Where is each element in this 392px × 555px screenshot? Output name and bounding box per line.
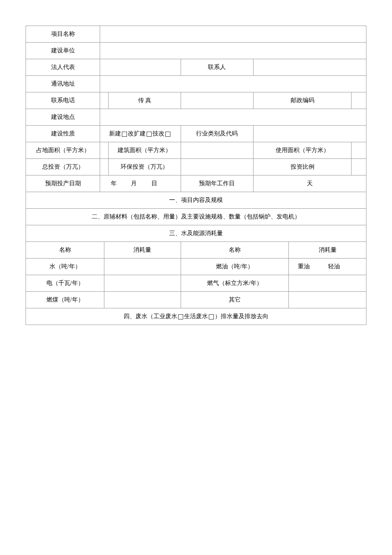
- row-coal-value: [104, 292, 181, 308]
- days-unit-text: 天: [307, 180, 313, 187]
- label-construction-nature: 建设性质: [26, 126, 100, 142]
- value-project-name: [100, 26, 366, 43]
- col-header-consumption-2: 消耗量: [289, 242, 366, 259]
- section-2: 二、原辅材料（包括名称、用量）及主要设施规格、数量（包括锅炉、发电机）: [26, 209, 366, 225]
- section-1: 一、项目内容及规模: [26, 192, 366, 209]
- col-header-name-2: 名称: [181, 242, 289, 259]
- row-fuel-oil-label: 燃油（吨/年）: [181, 259, 289, 275]
- nature-tech-text: 技改: [153, 130, 164, 137]
- label-building-area: 建筑面积（平方米）: [109, 142, 181, 159]
- heavy-oil-text: 重油: [298, 263, 310, 270]
- section-4: 四、废水（工业废水生活废水）排水量及排放去向: [26, 308, 366, 325]
- label-industry-category: 行业类别及代码: [181, 126, 254, 142]
- value-legal-rep: [100, 59, 181, 76]
- row-gas-value: [289, 275, 366, 292]
- row-gas-label: 燃气（标立方米/年）: [181, 275, 289, 292]
- row-fuel-oil-value: 重油 轻油: [289, 259, 366, 275]
- light-oil-text: 轻油: [328, 263, 340, 270]
- row-other-label: 其它: [181, 292, 289, 308]
- label-phone: 联系电话: [26, 92, 100, 109]
- row-other-value: [289, 292, 366, 308]
- value-fax: [181, 92, 254, 109]
- value-total-investment: [100, 159, 109, 175]
- col-header-name-1: 名称: [26, 242, 104, 259]
- value-building-area: [181, 142, 254, 159]
- label-construction-unit: 建设单位: [26, 43, 100, 59]
- label-postal-code: 邮政编码: [254, 92, 352, 109]
- nature-expand-text: 改扩建: [128, 130, 146, 137]
- row-water-value: [104, 259, 181, 275]
- row-water-label: 水（吨/年）: [26, 259, 104, 275]
- value-land-area: [100, 142, 109, 159]
- month-text: 月: [131, 180, 137, 187]
- label-investment-ratio: 投资比例: [254, 159, 352, 175]
- label-legal-rep: 法人代表: [26, 59, 100, 76]
- value-construction-site: [100, 109, 366, 126]
- value-investment-ratio: [352, 159, 366, 175]
- section4-suffix: ）排水量及排放去向: [215, 313, 268, 319]
- nature-new-text: 新建: [109, 130, 121, 137]
- value-construction-nature: 新建改扩建技改: [100, 126, 181, 142]
- checkbox-tech: [165, 132, 170, 137]
- label-expected-production: 预期投产日期: [26, 175, 100, 192]
- value-postal-code: [352, 92, 366, 109]
- label-fax: 传 真: [109, 92, 181, 109]
- label-total-investment: 总投资（万兀）: [26, 159, 100, 175]
- section4-mid: 生活废水: [184, 313, 208, 319]
- label-expected-work-days: 预期年工作日: [181, 175, 254, 192]
- value-env-investment: [181, 159, 254, 175]
- row-electricity-label: 电（千瓦/年）: [26, 275, 104, 292]
- value-expected-production: 年 月 日: [100, 175, 181, 192]
- section4-prefix: 四、废水（工业废水: [124, 313, 177, 319]
- value-industry-category: [254, 126, 366, 142]
- year-text: 年: [111, 180, 117, 187]
- value-construction-unit: [100, 43, 366, 59]
- project-form-table: 项目名称 建设单位 法人代表 联系人 通讯地址 联系电话 传 真 邮政编码 建设…: [26, 26, 366, 325]
- value-contact-person: [254, 59, 366, 76]
- label-project-name: 项目名称: [26, 26, 100, 43]
- checkbox-expand: [147, 132, 152, 137]
- value-address: [100, 76, 366, 92]
- row-coal-label: 燃煤（吨/年）: [26, 292, 104, 308]
- value-usable-area: [352, 142, 366, 159]
- day-text: 日: [151, 180, 157, 187]
- label-address: 通讯地址: [26, 76, 100, 92]
- value-phone: [100, 92, 109, 109]
- label-construction-site: 建设地点: [26, 109, 100, 126]
- label-contact-person: 联系人: [181, 59, 254, 76]
- row-electricity-value: [104, 275, 181, 292]
- checkbox-industrial-wastewater: [178, 314, 183, 319]
- label-usable-area: 使用面积（平方米）: [254, 142, 352, 159]
- checkbox-domestic-wastewater: [209, 314, 214, 319]
- checkbox-new: [122, 132, 127, 137]
- col-header-consumption-1: 消耗量: [104, 242, 181, 259]
- label-env-investment: 环保投资（万兀）: [109, 159, 181, 175]
- value-expected-work-days: 天: [254, 175, 366, 192]
- label-land-area: 占地面积（平方米）: [26, 142, 100, 159]
- section-3: 三、水及能源消耗量: [26, 225, 366, 242]
